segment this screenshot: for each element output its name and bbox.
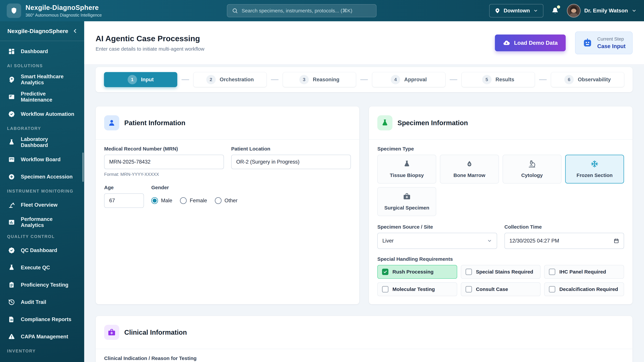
specimen-type-group-row2: Surgical Specimen: [377, 187, 624, 216]
gender-option-label: Male: [161, 198, 172, 204]
handling-molecular-testing[interactable]: Molecular Testing: [377, 282, 457, 296]
sidebar-item-laboratory-dashboard[interactable]: Laboratory Dashboard: [4, 135, 80, 150]
patient-location-input[interactable]: [231, 155, 351, 169]
type-label: Tissue Biopsy: [390, 172, 424, 178]
bar-chart-icon: [8, 219, 15, 226]
mrn-input[interactable]: [104, 155, 224, 169]
sidebar-item-execute-qc[interactable]: Execute QC: [4, 260, 80, 275]
gender-radio-female[interactable]: Female: [180, 197, 207, 204]
step-number: 6: [564, 75, 574, 84]
app-header: Nexgile-DiagnoSphere 360° Autonomous Dia…: [0, 0, 644, 21]
gender-radio-other[interactable]: Other: [215, 197, 238, 204]
collection-time-label: Collection Time: [504, 224, 624, 230]
notifications-button[interactable]: [550, 6, 560, 15]
sidebar-item-smart-healthcare-analytics[interactable]: Smart Healthcare Analytics: [4, 72, 80, 87]
sidebar-item-specimen-accession[interactable]: Specimen Accession: [4, 169, 80, 184]
location-selector[interactable]: Downtown: [489, 4, 544, 17]
handling-rush-processing[interactable]: Rush Processing: [377, 265, 457, 279]
page-title: AI Agentic Case Processing: [96, 34, 204, 43]
chevron-down-icon: [533, 8, 538, 13]
sidebar-item-label: Compliance Reports: [21, 317, 71, 323]
sidebar-item-proficiency-testing[interactable]: Proficiency Testing: [4, 278, 80, 292]
type-label: Frozen Section: [576, 172, 613, 178]
clinical-card-header: Clinical Information: [96, 316, 632, 349]
calendar-icon: [614, 238, 619, 244]
sidebar-scrollbar[interactable]: [82, 152, 84, 182]
sidebar-item-audit-trail[interactable]: Audit Trail: [4, 295, 80, 310]
workflow-stepper: 1 Input 2 Orchestration 3 Reasoning 4 Ap…: [96, 67, 632, 92]
user-menu[interactable]: Dr. Emily Watson: [567, 4, 636, 17]
sidebar-item-predictive-maintenance[interactable]: Predictive Maintenance: [4, 89, 80, 104]
specimen-type-bone-marrow[interactable]: Bone Marrow: [440, 155, 499, 184]
sidebar-section-instrument-monitoring: INSTRUMENT MONITORING: [7, 189, 80, 193]
age-input[interactable]: [104, 193, 144, 208]
sidebar-item-workflow-automation[interactable]: Workflow Automation: [4, 107, 80, 121]
special-handling-label: Special Handling Requirements: [377, 256, 624, 262]
step-input[interactable]: 1 Input: [104, 72, 177, 87]
handling-consult-case[interactable]: Consult Case: [461, 282, 541, 296]
sidebar-section-ai-solutions: AI SOLUTIONS: [7, 63, 80, 68]
patient-card-title: Patient Information: [124, 119, 185, 127]
gender-label: Gender: [151, 185, 351, 190]
step-orchestration[interactable]: 2 Orchestration: [193, 72, 267, 87]
history-icon: [8, 299, 15, 306]
sidebar-section-quality-control: QUALITY CONTROL: [7, 234, 80, 239]
specimen-type-surgical-specimen[interactable]: Surgical Specimen: [377, 187, 436, 216]
gender-radio-group: Male Female Other: [151, 193, 351, 208]
sidebar-item-label: Proficiency Testing: [21, 282, 68, 288]
sidebar-item-label: Workflow Automation: [21, 111, 74, 117]
sidebar-item-label: Fleet Overview: [21, 202, 58, 208]
handling-label: Special Stains Required: [476, 269, 533, 275]
clinical-indication-label: Clinical Indication / Reason for Testing: [104, 356, 624, 361]
robot-arm-icon: [8, 201, 15, 209]
checkbox-icon: [466, 286, 472, 293]
checkbox-icon: [382, 269, 388, 275]
type-label: Bone Marrow: [454, 172, 485, 178]
search-input[interactable]: [242, 8, 372, 13]
sidebar-item-performance-analytics[interactable]: Performance Analytics: [4, 215, 80, 230]
sidebar-item-workflow-board[interactable]: Workflow Board: [4, 152, 80, 167]
clinical-information-card: Clinical Information Clinical Indication…: [96, 316, 632, 362]
sidebar-item-capa-management[interactable]: CAPA Management: [4, 329, 80, 344]
panel-icon: [8, 93, 15, 100]
specimen-type-cytology[interactable]: Cytology: [502, 155, 562, 184]
clinical-icon-chip: [104, 325, 119, 340]
user-name: Dr. Emily Watson: [584, 7, 628, 14]
step-approval[interactable]: 4 Approval: [372, 72, 446, 87]
checkbox-icon: [549, 269, 555, 275]
sidebar-item-qc-dashboard[interactable]: QC Dashboard: [4, 243, 80, 258]
user-icon: [108, 119, 116, 127]
handling-decalcification[interactable]: Decalcification Required: [544, 282, 624, 296]
droplet-icon: [466, 160, 473, 168]
step-reasoning[interactable]: 3 Reasoning: [283, 72, 356, 87]
handling-label: Rush Processing: [392, 269, 434, 275]
step-connector: [450, 79, 457, 80]
page-subtitle: Enter case details to initiate multi-age…: [96, 46, 204, 52]
specimen-source-select[interactable]: Liver: [377, 233, 497, 249]
handling-ihc-panel[interactable]: IHC Panel Required: [544, 265, 624, 279]
gender-radio-male[interactable]: Male: [151, 197, 172, 204]
sidebar-item-fleet-overview[interactable]: Fleet Overview: [4, 198, 80, 212]
handling-label: Consult Case: [476, 286, 508, 292]
specimen-type-tissue-biopsy[interactable]: Tissue Biopsy: [377, 155, 436, 184]
sidebar-item-dashboard[interactable]: Dashboard: [4, 44, 80, 59]
patient-icon-chip: [104, 115, 119, 130]
radio-icon: [215, 197, 222, 204]
handling-label: IHC Panel Required: [559, 269, 606, 275]
file-text-icon: [8, 316, 15, 323]
sidebar-item-compliance-reports[interactable]: Compliance Reports: [4, 312, 80, 327]
load-demo-data-button[interactable]: Load Demo Data: [495, 34, 566, 51]
global-search[interactable]: [227, 4, 376, 17]
page-header: AI Agentic Case Processing Enter case de…: [84, 21, 644, 64]
collection-time-input[interactable]: 12/30/2025 04:27 PM: [504, 233, 624, 249]
step-observability[interactable]: 6 Observability: [551, 72, 624, 87]
step-results[interactable]: 5 Results: [462, 72, 535, 87]
specimen-type-frozen-section[interactable]: Frozen Section: [565, 155, 624, 184]
app-brand: Nexgile-DiagnoSphere 360° Autonomous Dia…: [7, 3, 114, 18]
handling-special-stains[interactable]: Special Stains Required: [461, 265, 541, 279]
sidebar-brand: Nexgile-DiagnoSphere: [8, 28, 68, 34]
sidebar-collapse-button[interactable]: [72, 28, 78, 34]
clinical-card-title: Clinical Information: [124, 329, 187, 336]
plus-circle-icon: [8, 173, 15, 180]
step-number: 1: [128, 75, 137, 84]
